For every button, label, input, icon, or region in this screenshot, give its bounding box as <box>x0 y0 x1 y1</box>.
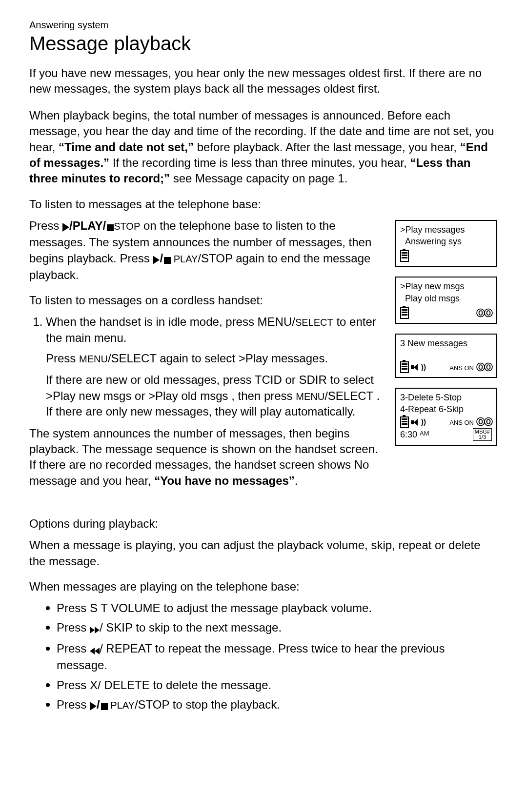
tape-icon: ⓄⓄ <box>476 416 492 428</box>
text: . <box>324 352 328 365</box>
key-stop-label-small: /STOP <box>135 698 169 711</box>
fast-forward-icon <box>90 621 100 636</box>
play-icon <box>153 252 160 267</box>
text: When the handset is in idle mode, press <box>46 315 258 328</box>
menu-play-new: >Play new msgs <box>46 389 131 402</box>
text: again to select <box>160 352 238 365</box>
playback-options-list: Press S T VOLUME to adjust the message p… <box>29 600 498 713</box>
tape-icon: ⓄⓄ <box>476 307 492 319</box>
sound-waves-icon: )) <box>421 362 426 372</box>
text: Press <box>57 601 90 614</box>
text: or <box>135 389 148 402</box>
key-play-label: /PLAY/ <box>69 219 106 232</box>
battery-icon <box>400 361 409 373</box>
text: before playback. After the last message,… <box>197 140 460 154</box>
key-menu: MENU/ <box>258 315 295 328</box>
text: , then press <box>231 389 296 402</box>
slash: / <box>97 698 100 711</box>
text: Press <box>57 642 90 655</box>
ans-on-label: ANS ON <box>449 419 474 426</box>
key-volume: S T VOLUME <box>90 601 161 614</box>
announce-paragraph: The system announces the number of messa… <box>29 426 386 489</box>
battery-icon <box>400 250 409 262</box>
step-sub-1: Press MENU/SELECT again to select >Play … <box>46 351 386 366</box>
stop-icon <box>100 698 108 713</box>
text: The system announces the number of messa… <box>29 427 378 472</box>
rewind-icon <box>90 642 100 657</box>
manual-page: Answering system Message playback If you… <box>0 0 527 812</box>
play-icon <box>90 698 97 713</box>
lcd-line: 4-Repeat 6-Skip <box>400 403 492 415</box>
key-select: SELECT <box>295 317 333 328</box>
voice-prompt-no-messages: “You have no messages” <box>154 474 295 487</box>
page-title: Message playback <box>29 33 498 55</box>
text: Press <box>46 352 79 365</box>
text: to skip to the next message. <box>136 621 282 634</box>
text: If the recording time is less than three… <box>113 156 410 169</box>
battery-icon <box>400 307 409 319</box>
voice-prompt-time-not-set: “Time and date not set,” <box>59 140 194 154</box>
lcd-controls: 3-Delete 5-Stop 4-Repeat 6-Skip )) ANS O… <box>395 388 497 446</box>
key-delete: X/ DELETE <box>90 678 150 692</box>
text: see <box>173 172 195 185</box>
stop-icon <box>163 252 171 267</box>
key-tcid: TCID <box>255 373 282 386</box>
lcd-play-new-old: >Play new msgs Play old msgs ⓄⓄ <box>395 277 497 324</box>
menu-play-old: >Play old msgs <box>148 389 228 402</box>
text: . <box>295 474 298 487</box>
text: to delete the message. <box>153 678 271 692</box>
handset-steps: When the handset is in idle mode, press … <box>29 314 386 346</box>
opt-skip: Press / SKIP to skip to the next message… <box>44 620 498 636</box>
slash: / <box>160 252 163 265</box>
sound-waves-icon: )) <box>421 417 426 427</box>
text: or <box>285 373 299 386</box>
intro-paragraph-2: When playback begins, the total number o… <box>29 108 498 187</box>
heading-listen-handset: To listen to messages on a cordless hand… <box>29 294 386 307</box>
key-select: /SELECT <box>108 352 157 365</box>
key-repeat: / REPEAT <box>100 642 152 655</box>
lcd-play-messages: >Play messages Answering sys <box>395 220 497 267</box>
text: on page 1. <box>292 172 347 185</box>
speaker-icon <box>411 364 419 371</box>
msg-counter-box: MSG# 1/3 <box>473 428 492 441</box>
key-menu: MENU <box>79 354 108 364</box>
key-skip: / SKIP <box>100 621 133 634</box>
lcd-new-messages: 3 New messages )) ANS ON ⓄⓄ <box>395 334 497 378</box>
key-menu: MENU <box>296 391 324 402</box>
speaker-icon <box>411 419 419 426</box>
key-stop-label: STOP <box>114 221 140 232</box>
lcd-ampm: AM <box>420 430 429 437</box>
heading-playing-base: When messages are playing on the telepho… <box>29 580 498 594</box>
lcd-time: 6:30 <box>400 430 417 439</box>
text: If there are new or old messages, press <box>46 373 255 386</box>
play-icon <box>62 219 69 235</box>
tape-icon: ⓄⓄ <box>476 361 492 373</box>
opt-repeat: Press / REPEAT to repeat the message. Pr… <box>44 641 498 673</box>
opt-volume: Press S T VOLUME to adjust the message p… <box>44 600 498 616</box>
lcd-line: >Play messages <box>400 224 492 236</box>
opt-stop: Press / PLAY/STOP to stop the playback. <box>44 697 498 713</box>
key-play-label-small: PLAY <box>108 700 135 711</box>
stop-icon <box>106 219 114 235</box>
text: to stop the playback. <box>173 698 280 711</box>
text: Press <box>57 698 90 711</box>
key-select: /SELECT <box>324 389 373 402</box>
step-1: When the handset is in idle mode, press … <box>46 314 386 346</box>
lcd-line: >Play new msgs <box>400 280 492 292</box>
text: and you hear, <box>80 474 154 487</box>
lcd-line: 3 New messages <box>400 337 492 349</box>
battery-icon <box>400 416 409 428</box>
text: to adjust the message playback volume. <box>163 601 372 614</box>
breadcrumb: Answering system <box>29 20 498 31</box>
crossref-message-capacity: Message capacity <box>195 172 289 185</box>
heading-options: Options during playback: <box>29 517 498 531</box>
key-play-label-small: PLAY <box>171 254 198 264</box>
key-sdir: SDIR <box>299 373 326 386</box>
heading-listen-base: To listen to messages at the telephone b… <box>29 198 498 211</box>
options-paragraph: When a message is playing, you can adjus… <box>29 537 498 569</box>
text: Press <box>57 621 90 634</box>
key-stop-label-small: /STOP <box>198 252 232 265</box>
ans-on-label: ANS ON <box>449 364 474 372</box>
text: Press <box>57 678 90 692</box>
base-instruction: Press /PLAY/STOP on the telephone base t… <box>29 218 386 283</box>
